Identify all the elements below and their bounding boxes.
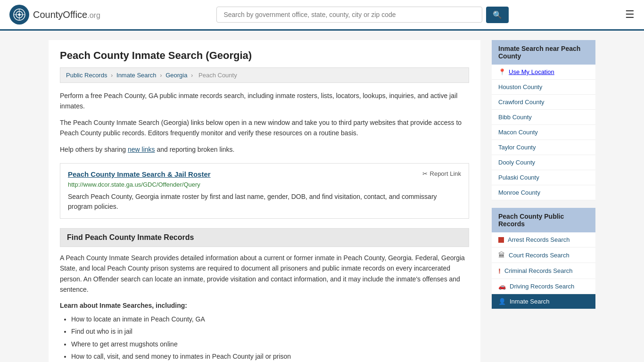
list-item: How to locate an inmate in Peach County,… xyxy=(71,313,469,326)
sidebar-criminal-records[interactable]: ! Criminal Records Search xyxy=(492,263,595,279)
page-title: Peach County Inmate Search (Georgia) xyxy=(60,49,469,62)
sidebar-county-bibb[interactable]: Bibb County xyxy=(492,110,595,125)
link-card-url[interactable]: http://www.dcor.state.ga.us/GDC/Offender… xyxy=(68,181,461,188)
report-link-button[interactable]: ✂ Report Link xyxy=(422,170,461,177)
site-header: CountyOffice.org 🔍 ☰ xyxy=(0,0,644,31)
sidebar-driving-records[interactable]: 🚗 Driving Records Search xyxy=(492,279,595,294)
sidebar-arrest-records[interactable]: Arrest Records Search xyxy=(492,232,595,247)
use-location-link[interactable]: Use My Location xyxy=(509,68,554,75)
scissors-icon: ✂ xyxy=(422,170,428,177)
logo-text: CountyOffice.org xyxy=(33,9,100,20)
sidebar-public-header: Peach County Public Records xyxy=(492,208,595,232)
inmate-icon: 👤 xyxy=(498,298,506,305)
arrest-icon xyxy=(498,237,504,243)
breadcrumb-georgia[interactable]: Georgia xyxy=(165,72,187,79)
sidebar-inmate-section: Inmate Search near Peach County 📍 Use My… xyxy=(492,40,595,200)
bullet-list: How to locate an inmate in Peach County,… xyxy=(60,313,469,362)
list-item: How to call, visit, and send money to in… xyxy=(71,350,469,362)
menu-button[interactable]: ☰ xyxy=(625,8,635,21)
sidebar-county-macon[interactable]: Macon County xyxy=(492,125,595,140)
sidebar-county-monroe[interactable]: Monroe County xyxy=(492,185,595,200)
sidebar-county-pulaski[interactable]: Pulaski County xyxy=(492,170,595,185)
desc-para-2: The Peach County Inmate Search (Georgia)… xyxy=(60,117,469,139)
find-section-header: Find Peach County Inmate Records xyxy=(60,228,469,247)
driving-icon: 🚗 xyxy=(498,283,506,290)
list-item: Find out who is in jail xyxy=(71,325,469,338)
court-icon: 🏛 xyxy=(498,251,505,259)
new-links-link[interactable]: new links xyxy=(128,146,155,153)
breadcrumb-public-records[interactable]: Public Records xyxy=(66,72,107,79)
link-card-title[interactable]: Peach County Inmate Search & Jail Roster xyxy=(68,170,211,178)
link-card: Peach County Inmate Search & Jail Roster… xyxy=(60,163,469,219)
find-section-text: A Peach County Inmate Search provides de… xyxy=(60,253,469,295)
learn-header: Learn about Inmate Searches, including: xyxy=(60,302,469,309)
sidebar-county-dooly[interactable]: Dooly County xyxy=(492,155,595,170)
desc-para-1: Perform a free Peach County, GA public i… xyxy=(60,90,469,112)
breadcrumb-inmate-search[interactable]: Inmate Search xyxy=(116,72,157,79)
breadcrumb-current: Peach County xyxy=(198,72,237,79)
sidebar-county-taylor[interactable]: Taylor County xyxy=(492,140,595,155)
sidebar-public-section: Peach County Public Records Arrest Recor… xyxy=(492,208,595,309)
link-card-desc: Search Peach County, Georgia inmate rost… xyxy=(68,192,461,212)
logo-icon xyxy=(9,5,29,25)
link-card-header: Peach County Inmate Search & Jail Roster… xyxy=(68,170,461,178)
search-input[interactable] xyxy=(216,7,482,23)
list-item: Where to get arrest mugshots online xyxy=(71,338,469,351)
sidebar-county-houston[interactable]: Houston County xyxy=(492,80,595,95)
main-content: Peach County Inmate Search (Georgia) Pub… xyxy=(49,40,480,362)
sidebar: Inmate Search near Peach County 📍 Use My… xyxy=(492,40,595,362)
criminal-icon: ! xyxy=(498,267,501,275)
page-wrapper: Peach County Inmate Search (Georgia) Pub… xyxy=(39,31,605,362)
sidebar-inmate-header: Inmate Search near Peach County xyxy=(492,40,595,65)
desc-para-3: Help others by sharing new links and rep… xyxy=(60,144,469,155)
search-button[interactable]: 🔍 xyxy=(486,7,509,23)
use-my-location-btn[interactable]: 📍 Use My Location xyxy=(492,65,595,80)
sidebar-court-records[interactable]: 🏛 Court Records Search xyxy=(492,247,595,263)
breadcrumb: Public Records › Inmate Search › Georgia… xyxy=(60,67,469,83)
description-area: Perform a free Peach County, GA public i… xyxy=(60,90,469,155)
sidebar-county-crawford[interactable]: Crawford County xyxy=(492,95,595,110)
search-area: 🔍 xyxy=(216,7,509,23)
sidebar-inmate-search[interactable]: 👤 Inmate Search xyxy=(492,294,595,309)
location-icon: 📍 xyxy=(498,68,506,75)
logo-area: CountyOffice.org xyxy=(9,5,100,25)
